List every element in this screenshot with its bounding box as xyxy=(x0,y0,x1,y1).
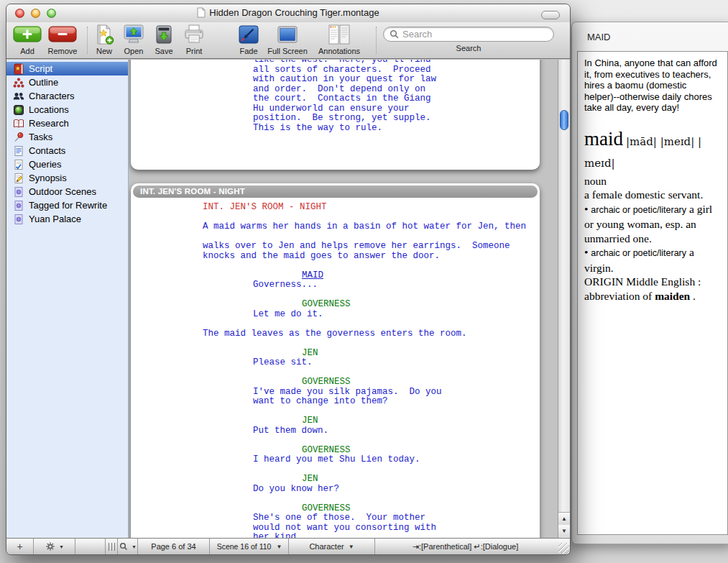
script-line-cue-link: MAID xyxy=(203,271,540,281)
dictionary-content: In China, anyone that can afford it, fro… xyxy=(577,51,728,535)
script-line-dialogue-cont: position. Be strong, yet supple. xyxy=(253,114,540,124)
scene-header[interactable]: INT. JEN'S ROOM - NIGHT xyxy=(133,186,538,198)
sidebar-item-tasks[interactable]: Tasks xyxy=(6,130,128,144)
script-line-dialogue-cont: with caution in your quest for law xyxy=(253,75,540,85)
sidebar-item-queries[interactable]: Queries xyxy=(6,157,128,171)
dictionary-panel-title: MAID xyxy=(587,32,611,42)
open-display-icon xyxy=(119,23,148,46)
element-type-selector[interactable]: Character ▼ xyxy=(289,539,375,554)
splitter-handle[interactable] xyxy=(106,539,118,554)
gear-icon xyxy=(45,541,55,551)
grip-lines-icon xyxy=(109,543,115,551)
script-line-dialogue: would not want you consorting with xyxy=(203,523,540,534)
script-line-dialogue: Do you know her? xyxy=(203,485,540,495)
dictionary-definition: a female domestic servant. xyxy=(584,188,721,202)
script-line-blank xyxy=(203,319,540,329)
sidebar-item-locations[interactable]: Locations xyxy=(6,103,128,116)
script-line-dialogue-cont: all sorts of characters. Proceed xyxy=(253,65,540,75)
sidebar-item-label: Yuan Palace xyxy=(29,214,81,224)
new-button[interactable]: New xyxy=(90,23,119,55)
sidebar-item-script[interactable]: Script xyxy=(6,62,128,75)
book-icon xyxy=(13,118,24,129)
keyboard-hints: ⇥:[Parenthetical] ↵:[Dialogue] xyxy=(375,539,556,554)
script-line-cue: GOVERNESS xyxy=(203,446,540,456)
magnifier-icon xyxy=(119,542,128,551)
dictionary-note: In China, anyone that can afford it, fro… xyxy=(584,58,721,114)
script-line-action: knocks and the maid goes to answer the d… xyxy=(203,252,540,262)
titlebar[interactable]: Hidden Dragon Crouching Tiger.montage xyxy=(6,4,570,22)
search-text-field[interactable] xyxy=(402,29,548,40)
smart-doc-icon xyxy=(13,186,24,198)
add-button[interactable]: Add xyxy=(11,23,44,55)
sidebar-item-yuan-palace[interactable]: Yuan Palace xyxy=(6,212,128,226)
sidebar-item-research[interactable]: Research xyxy=(6,116,128,130)
annotations-button[interactable]: Annotations xyxy=(309,23,369,55)
save-drive-icon xyxy=(149,23,178,46)
dictionary-origin: ORIGIN Middle English : abbreviation of … xyxy=(584,275,721,303)
sidebar-item-label: Synopsis xyxy=(29,173,67,183)
new-document-icon xyxy=(90,23,119,46)
script-line-blank xyxy=(203,494,540,504)
toolbar-toggle-button[interactable] xyxy=(541,11,560,19)
save-button[interactable]: Save xyxy=(149,23,178,55)
contacts-doc-icon xyxy=(13,145,24,157)
script-line-dialogue: Let me do it. xyxy=(203,310,540,320)
vertical-scrollbar[interactable]: ▲ ▼ xyxy=(558,60,570,538)
chevron-down-icon: ▼ xyxy=(277,544,282,550)
sidebar-item-label: Queries xyxy=(29,159,62,170)
action-menu-button[interactable]: ▾ xyxy=(34,539,75,554)
script-line-dialogue: Put them down. xyxy=(203,426,540,436)
script-line-action: The maid leaves as the governess enters … xyxy=(203,329,540,339)
zoom-menu-button[interactable]: ▾ xyxy=(118,539,138,554)
search-input[interactable] xyxy=(383,27,554,42)
sidebar-item-outline[interactable]: Outline xyxy=(6,75,128,89)
scene-card-previous[interactable]: like the west. Here, you'll findall sort… xyxy=(131,60,540,170)
dictionary-sense: • archaic or poetic/literary a girl or y… xyxy=(584,202,721,246)
main-content: ScriptOutlineCharactersLocationsResearch… xyxy=(6,60,570,538)
sidebar-item-label: Tagged for Rewrite xyxy=(29,200,107,211)
sidebar-item-contacts[interactable]: Contacts xyxy=(6,144,128,157)
add-scene-button[interactable]: + xyxy=(6,539,34,554)
queries-doc-icon xyxy=(13,159,24,170)
dictionary-part-of-speech: noun xyxy=(584,174,721,188)
smart-doc-icon xyxy=(13,200,24,211)
resize-grip[interactable] xyxy=(558,543,569,554)
script-editor[interactable]: like the west. Here, you'll findall sort… xyxy=(129,60,558,538)
sidebar-item-tagged-for-rewrite[interactable]: Tagged for Rewrite xyxy=(6,198,128,212)
script-line-dialogue: Please sit. xyxy=(203,358,540,368)
script-line-cue: GOVERNESS xyxy=(203,300,540,310)
script-line-blank xyxy=(203,213,540,223)
scrollbar-thumb[interactable] xyxy=(560,110,568,130)
sidebar-item-label: Research xyxy=(29,118,69,129)
annotations-icon xyxy=(309,23,369,46)
script-line-dialogue: want to change into them? xyxy=(203,397,540,407)
sidebar-item-synopsis[interactable]: Synopsis xyxy=(6,171,128,185)
fade-button[interactable]: Fade xyxy=(231,23,267,55)
toolbar: Add Remove New Open Save Print xyxy=(6,22,570,59)
sidebar-item-label: Locations xyxy=(29,104,69,115)
toolbar-separator xyxy=(87,27,88,54)
looked-up-word[interactable]: MAID xyxy=(302,270,323,280)
chevron-down-icon: ▼ xyxy=(349,544,354,550)
scroll-up-button[interactable]: ▲ xyxy=(558,513,570,525)
window-title: Hidden Dragon Crouching Tiger.montage xyxy=(6,7,570,20)
scroll-down-button[interactable]: ▼ xyxy=(558,525,570,537)
scene-indicator[interactable]: Scene 16 of 110 ▼ xyxy=(210,539,289,554)
sidebar-item-outdoor-scenes[interactable]: Outdoor Scenes xyxy=(6,185,128,198)
script-line-cue: JEN xyxy=(203,475,540,485)
chevron-down-icon: ▾ xyxy=(60,544,63,550)
open-button[interactable]: Open xyxy=(119,23,148,55)
fullscreen-button[interactable]: Full Screen xyxy=(266,23,309,55)
add-icon xyxy=(11,23,44,46)
dictionary-headword-line: maid |mād| |meɪd| | meɪd| xyxy=(584,128,721,174)
scene-card-current[interactable]: INT. JEN'S ROOM - NIGHT INT. JEN'S ROOM … xyxy=(131,183,540,538)
page-indicator[interactable]: Page 6 of 34 xyxy=(138,539,210,554)
print-button[interactable]: Print xyxy=(180,23,208,55)
sidebar-item-characters[interactable]: Characters xyxy=(6,89,128,103)
script-line-blank xyxy=(203,261,540,271)
fullscreen-icon xyxy=(266,23,309,46)
remove-button[interactable]: Remove xyxy=(44,23,81,55)
script-line-cue: JEN xyxy=(203,416,540,426)
script-line-dialogue: I've made you silk pajamas. Do you xyxy=(203,388,540,398)
script-line-blank xyxy=(203,368,540,378)
